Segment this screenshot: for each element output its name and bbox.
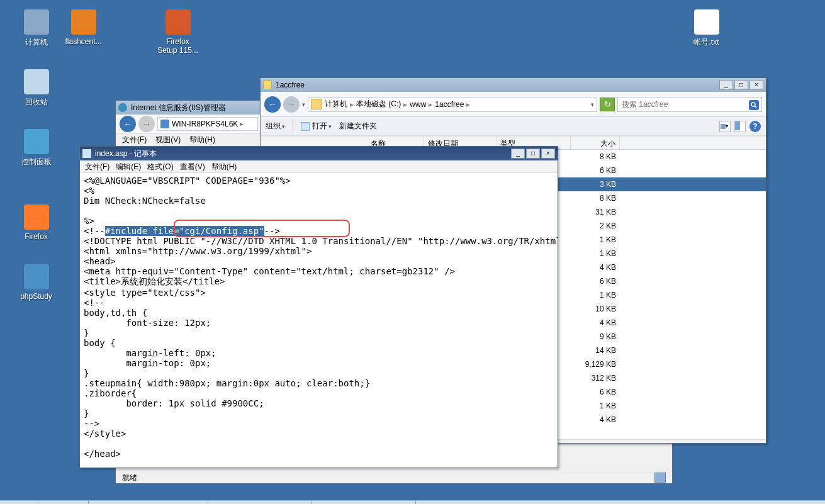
file-size-cell: 8 KB [571, 152, 620, 161]
file-size-cell: 1 KB [571, 249, 620, 258]
app-icon [24, 9, 49, 35]
taskbar[interactable] [0, 500, 825, 504]
iis-status-text: 就绪 [122, 473, 137, 482]
file-size-cell: 9 KB [571, 332, 620, 341]
notepad-window[interactable]: index.asp - 记事本 _ □ × 文件(F) 编辑(E) 格式(O) … [79, 146, 558, 468]
desktop-icon-phpstudy[interactable]: phpStudy [13, 264, 60, 301]
np-menu-view[interactable]: 查看(V) [180, 162, 205, 171]
explorer-title-text: 1accfree [276, 81, 719, 89]
app-icon [24, 69, 49, 94]
icon-label: flashcent... [60, 37, 107, 46]
file-size-cell: 6 KB [571, 166, 620, 175]
view-options-button[interactable]: ▾ [719, 121, 731, 132]
iis-status-icon [654, 473, 666, 483]
desktop-icon-[interactable]: 回收站 [13, 69, 60, 108]
maximize-button[interactable]: □ [734, 80, 748, 90]
minimize-button[interactable]: _ [719, 80, 733, 90]
notepad-text-area[interactable]: <%@LANGUAGE="VBSCRIPT" CODEPAGE="936"%> … [80, 173, 558, 468]
notepad-menu-bar: 文件(F) 编辑(E) 格式(O) 查看(V) 帮助(H) [80, 160, 558, 173]
forward-button[interactable]: → [283, 96, 300, 113]
np-menu-edit[interactable]: 编辑(E) [116, 162, 141, 171]
notepad-icon [301, 122, 310, 131]
svg-point-0 [751, 103, 755, 106]
explorer-toolbar: 组织▾ 打开▾ 新建文件夹 ▾ ? [261, 117, 766, 136]
desktop-icon-firefox[interactable]: Firefox [13, 204, 60, 241]
iis-status-bar: 就绪 [116, 471, 672, 483]
iis-nav-path: WIN-IR8PKFS4L6K [172, 120, 238, 128]
iis-back-button[interactable]: ← [120, 116, 136, 132]
file-size-cell: 31 KB [571, 208, 620, 216]
file-size-cell: 14 KB [571, 346, 620, 355]
file-size-cell: 4 KB [571, 415, 620, 424]
notepad-title-text: index.asp - 记事本 [95, 148, 511, 159]
col-size[interactable]: 大小 [571, 137, 620, 149]
explorer-nav-row: ← → ▾ 计算机▸ 本地磁盘 (C:)▸ www▸ 1accfree▸ ▾ ↻ [261, 92, 766, 117]
icon-label: Firefox [13, 232, 60, 241]
file-size-cell: 1 KB [571, 401, 620, 410]
file-size-cell: 10 KB [571, 305, 620, 313]
file-size-cell: 6 KB [571, 388, 620, 396]
organize-menu[interactable]: 组织▾ [266, 121, 285, 132]
iis-menu-view[interactable]: 视图(V) [155, 135, 181, 145]
folder-icon [263, 81, 272, 89]
icon-label: phpStudy [13, 292, 60, 301]
file-size-cell: 4 KB [571, 318, 620, 327]
icon-label: 控制面板 [13, 157, 60, 167]
address-bar[interactable]: 计算机▸ 本地磁盘 (C:)▸ www▸ 1accfree▸ ▾ [308, 97, 597, 112]
np-close-button[interactable]: × [541, 148, 555, 159]
np-menu-format[interactable]: 格式(O) [147, 162, 173, 171]
desktop-icon-txt[interactable]: 帐号.txt [683, 9, 730, 48]
icon-label: FirefoxSetup 115... [154, 37, 201, 55]
search-box[interactable] [617, 97, 762, 112]
np-menu-help[interactable]: 帮助(H) [211, 162, 237, 171]
notepad-icon [82, 149, 91, 158]
explorer-title-bar[interactable]: 1accfree _ □ × [261, 78, 766, 92]
new-folder-button[interactable]: 新建文件夹 [339, 121, 377, 132]
back-button[interactable]: ← [264, 96, 281, 113]
path-folder-icon [311, 99, 322, 109]
file-size-cell: 6 KB [571, 277, 620, 286]
search-icon[interactable] [749, 100, 759, 110]
desktop-icon-[interactable]: 控制面板 [13, 129, 60, 167]
np-menu-file[interactable]: 文件(F) [85, 162, 109, 171]
close-button[interactable]: × [749, 80, 763, 90]
file-size-cell: 1 KB [571, 291, 620, 300]
refresh-button[interactable]: ↻ [600, 98, 615, 111]
file-size-cell: 8 KB [571, 194, 620, 203]
icon-label: 回收站 [13, 97, 60, 108]
app-icon [694, 9, 719, 35]
desktop-icon-[interactable]: 计算机 [13, 9, 60, 48]
icon-label: 计算机 [13, 37, 60, 48]
iis-forward-button[interactable]: → [138, 116, 155, 132]
np-maximize-button[interactable]: □ [526, 148, 540, 159]
preview-pane-button[interactable] [734, 121, 746, 132]
svg-line-1 [755, 106, 757, 108]
open-menu[interactable]: 打开▾ [301, 121, 332, 132]
file-size-cell: 312 KB [571, 374, 620, 383]
file-size-cell: 2 KB [571, 221, 620, 230]
iis-title-text: Internet 信息服务(IIS)管理器 [131, 103, 226, 113]
icon-label: 帐号.txt [683, 37, 730, 48]
file-size-cell: 1 KB [571, 235, 620, 244]
desktop-icon-flashcent[interactable]: flashcent... [60, 9, 107, 46]
app-icon [24, 129, 49, 154]
app-icon [24, 204, 49, 230]
search-input[interactable] [618, 98, 761, 111]
iis-menu-file[interactable]: 文件(F) [122, 135, 147, 145]
app-icon [24, 264, 49, 289]
np-minimize-button[interactable]: _ [511, 148, 525, 159]
desktop-icon-firefoxsetup115[interactable]: FirefoxSetup 115... [154, 9, 201, 55]
iis-icon [118, 103, 127, 112]
iis-path-box[interactable]: WIN-IR8PKFS4L6K ▸ [157, 117, 258, 131]
app-icon [166, 9, 191, 35]
file-size-cell: 9,129 KB [571, 360, 620, 369]
notepad-title-bar[interactable]: index.asp - 记事本 _ □ × [80, 147, 558, 160]
help-button[interactable]: ? [749, 121, 761, 132]
file-size-cell: 3 KB [571, 180, 620, 189]
iis-menu-help[interactable]: 帮助(H) [189, 135, 215, 145]
server-icon [160, 120, 169, 128]
app-icon [71, 9, 96, 35]
file-size-cell: 4 KB [571, 263, 620, 272]
